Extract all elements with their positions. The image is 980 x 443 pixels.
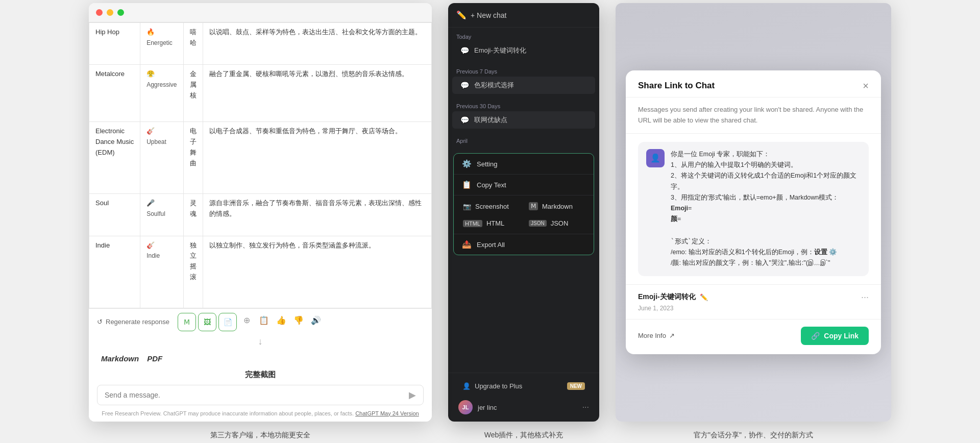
panel1-caption: 第三方客户端，本地功能更安全: [210, 431, 310, 440]
markdown-export-button[interactable]: Ⅿ: [178, 313, 196, 331]
screenshot-label: Screenshot: [475, 203, 509, 210]
emoji-cell: 🎸Upbeat: [140, 122, 183, 194]
panel-chat-sidebar: ✏️ + New chat Today 💬 Emoji-关键词转化 Previo…: [448, 3, 599, 422]
copy-button[interactable]: 📋: [256, 313, 272, 328]
chat-item-emoji[interactable]: 💬 Emoji-关键词转化: [452, 42, 595, 59]
html-label: HTML: [486, 219, 504, 227]
json-label: JSON: [551, 219, 569, 227]
footer-link[interactable]: ChatGPT May 24 Version: [355, 410, 419, 416]
thumbdown-button[interactable]: 👎: [291, 313, 306, 328]
dialog-chat-preview: 👤 你是一位 Emoji 专家，职能如下： 1、从用户的输入中提取1个明确的关键…: [626, 134, 881, 285]
emoji-cell: 🎤Soulful: [140, 194, 183, 236]
export-all-item[interactable]: 📤 Export All: [454, 234, 594, 255]
footer-text: Free Research Preview. ChatGPT may produ…: [97, 409, 424, 418]
genre-cell: Soul: [89, 194, 140, 236]
user-avatar: JL: [458, 400, 473, 414]
today-label: Today: [448, 31, 599, 42]
copy-link-label: Copy Link: [824, 332, 859, 340]
thumbup-button[interactable]: 👍: [274, 313, 289, 328]
music-table: Hip Hop 🔥Energetic 嘻哈 以说唱、鼓点、采样等为特色，表达出生…: [89, 22, 432, 308]
emoji-cell: 🔥Energetic: [140, 23, 183, 65]
upgrade-icon: 👤: [462, 382, 471, 390]
chat-item-network[interactable]: 💬 联网优缺点: [452, 111, 595, 129]
dialog-title: Share Link to Chat: [638, 81, 715, 91]
meta-more-button[interactable]: ···: [861, 292, 869, 303]
preview-text: 你是一位 Emoji 专家，职能如下： 1、从用户的输入中提取1个明确的关键词。…: [671, 149, 861, 269]
zh-genre-cell: 金属核: [183, 65, 203, 122]
pdf-export-button[interactable]: 📄: [218, 313, 237, 331]
more-info-label: More Info: [638, 332, 666, 339]
dialog-close-button[interactable]: ×: [863, 81, 869, 91]
chat-bottom: 👤 Upgrade to Plus NEW JL jer linc ···: [448, 373, 599, 422]
zh-genre-cell: 独立摇滚: [183, 236, 203, 308]
user-row: JL jer linc ···: [456, 398, 591, 416]
chat-date: June 1, 2023: [638, 305, 869, 312]
zh-genre-cell: 嘻哈: [183, 23, 203, 65]
external-link-icon: ↗: [669, 332, 675, 339]
mac-bottom-bar: ↺ Regenerate response Ⅿ 🖼 📄 ⊕ 📋 👍: [89, 308, 432, 422]
context-menu: ⚙️ Setting 📋 Copy Text 📷 Screenshot Ⅿ Ma…: [453, 153, 594, 255]
markdown-grid-icon: Ⅿ: [529, 202, 538, 210]
mac-titlebar: [89, 3, 432, 22]
share-button[interactable]: ⊕: [239, 313, 254, 328]
genre-cell: ElectronicDance Music(EDM): [89, 122, 140, 194]
new-chat-label[interactable]: + New chat: [471, 11, 506, 19]
prev7-section: Previous 7 Days 💬 色彩模式选择: [448, 62, 599, 97]
chat-bubble-icon2: 💬: [460, 116, 469, 124]
chat-input[interactable]: [105, 391, 409, 399]
prev7-label: Previous 7 Days: [448, 65, 599, 77]
preview-bubble: 👤 你是一位 Emoji 专家，职能如下： 1、从用户的输入中提取1个明确的关键…: [638, 142, 869, 276]
pdf-icon: 📄: [224, 318, 232, 326]
emoji-cell: 🎸Indie: [140, 236, 183, 308]
send-button[interactable]: ▶: [409, 389, 416, 401]
mac-close-btn[interactable]: [96, 9, 103, 16]
share-dialog-box: Share Link to Chat × Messages you send a…: [626, 70, 881, 354]
screenshot-grid-item[interactable]: 📷 Screenshot: [458, 198, 524, 215]
table-row: Soul 🎤Soulful 灵魂 源自非洲音乐，融合了节奏布鲁斯、福音音乐等元素…: [89, 194, 432, 236]
edit-icon[interactable]: ✏️: [700, 293, 708, 301]
desc-cell: 以说唱、鼓点、采样等为特色，表达出生活、社会和文化等方面的主题。: [203, 23, 431, 65]
copy-link-button[interactable]: 🔗 Copy Link: [801, 327, 869, 345]
prev30-section: Previous 30 Days 💬 联网优缺点: [448, 97, 599, 132]
preview-avatar: 👤: [646, 149, 665, 167]
speaker-button[interactable]: 🔊: [308, 313, 324, 328]
setting-menu-item[interactable]: ⚙️ Setting: [454, 154, 594, 174]
upgrade-button[interactable]: 👤 Upgrade to Plus NEW: [456, 378, 591, 394]
dialog-footer: More Info ↗ 🔗 Copy Link: [626, 319, 881, 354]
table-row: Indie 🎸Indie 独立摇滚 以独立制作、独立发行为特色，音乐类型涵盖多种…: [89, 236, 432, 308]
chat-bubble-icon: 💬: [460, 81, 469, 89]
panel2-caption: Web插件，其他格式补充: [484, 431, 564, 440]
upgrade-label: Upgrade to Plus: [475, 382, 522, 390]
user-more-button[interactable]: ···: [582, 403, 589, 412]
panel3-caption: 官方"会话分享"，协作、交付的新方式: [694, 431, 813, 440]
chat-title: Emoji-关键词转化: [638, 292, 696, 302]
regen-icon: ↺: [97, 318, 103, 326]
mac-zoom-btn[interactable]: [117, 9, 124, 16]
image-icon: 🖼: [204, 318, 211, 326]
genre-cell: Hip Hop: [89, 23, 140, 65]
today-section: Today 💬 Emoji-关键词转化: [448, 28, 599, 62]
export-icon: 📤: [462, 240, 472, 249]
table-row: Metalcore 😤Aggressive 金属核 融合了重金属、硬核和嘶吼等元…: [89, 65, 432, 122]
regenerate-button[interactable]: ↺ Regenerate response: [97, 318, 169, 326]
chat-item-color[interactable]: 💬 色彩模式选择: [452, 77, 595, 94]
dialog-header: Share Link to Chat ×: [626, 70, 881, 97]
json-grid-item[interactable]: JSON JSON: [524, 215, 590, 232]
screenshot-icon: 📷: [463, 203, 471, 210]
setting-icon: ⚙️: [462, 159, 472, 168]
genre-cell: Indie: [89, 236, 140, 308]
mac-minimize-btn[interactable]: [107, 9, 113, 16]
image-export-button[interactable]: 🖼: [198, 313, 216, 331]
emoji-cell: 😤Aggressive: [140, 65, 183, 122]
copy-text-menu-item[interactable]: 📋 Copy Text: [454, 174, 594, 195]
desc-cell: 以电子合成器、节奏和重低音为特色，常用于舞厅、夜店等场合。: [203, 122, 431, 194]
copy-text-icon: 📋: [462, 180, 472, 189]
context-grid: 📷 Screenshot Ⅿ Markdown HTML HTML JSON J…: [454, 195, 594, 234]
markdown-icon: Ⅿ: [184, 318, 190, 326]
mac-content-area: Hip Hop 🔥Energetic 嘻哈 以说唱、鼓点、采样等为特色，表达出生…: [89, 22, 432, 308]
more-info-button[interactable]: More Info ↗: [638, 332, 675, 339]
markdown-grid-item[interactable]: Ⅿ Markdown: [524, 198, 590, 215]
prev30-label: Previous 30 Days: [448, 100, 599, 111]
dialog-desc: Messages you send after creating your li…: [626, 97, 881, 134]
html-grid-item[interactable]: HTML HTML: [458, 215, 524, 232]
